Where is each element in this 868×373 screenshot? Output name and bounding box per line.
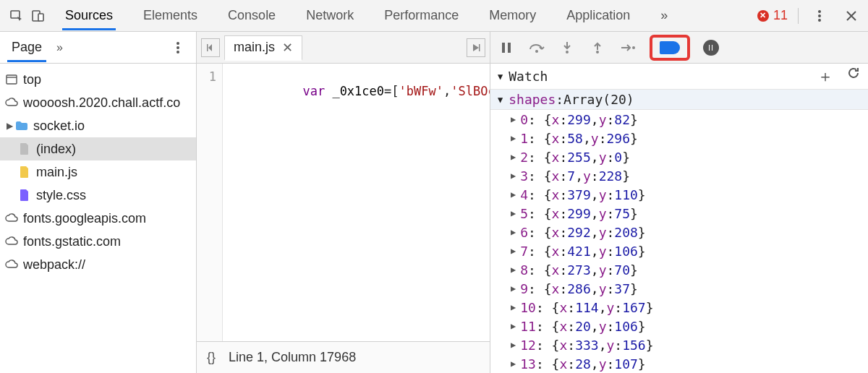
svg-point-4 [818,14,821,17]
file-tab-mainjs[interactable]: main.js ✕ [224,35,302,61]
caret-down-icon: ▼ [498,72,503,82]
error-count-badge[interactable]: ✕ 11 [757,8,788,23]
svg-rect-9 [7,75,17,84]
tab-performance[interactable]: Performance [381,1,461,30]
error-icon: ✕ [757,10,769,22]
watch-array-item[interactable]: ▶10: {x: 114, y: 167} [490,298,868,317]
tree-domain[interactable]: webpack:// [0,253,196,276]
tree-folder[interactable]: ▶ socket.io [0,114,196,137]
watch-actions: ＋ [817,66,861,87]
watch-array-item[interactable]: ▶0: {x: 299, y: 82} [490,110,868,129]
caret-right-icon: ▶ [511,340,516,350]
error-count: 11 [773,8,788,23]
item-index: 6 [520,225,528,240]
svg-point-17 [596,51,599,53]
pause-on-exceptions-icon[interactable]: II [703,40,719,56]
tab-application[interactable]: Application [563,1,633,30]
add-watch-icon[interactable]: ＋ [817,66,833,87]
tab-network[interactable]: Network [303,1,357,30]
watch-array-item[interactable]: ▶11: {x: 20, y: 106} [490,317,868,335]
tree-domain[interactable]: fonts.gstatic.com [0,230,196,253]
deactivate-breakpoints-icon[interactable] [660,41,680,54]
tab-memory[interactable]: Memory [486,1,539,30]
watch-body: ▼ shapes: Array(20) ▶0: {x: 299, y: 82}▶… [490,90,868,373]
watch-array-item[interactable]: ▶8: {x: 273, y: 70} [490,260,868,279]
sidebar-tabs-overflow[interactable]: » [56,41,63,54]
tree-file[interactable]: style.css [0,184,196,207]
main-row: Page » top woooosh.2020.chall. [0,32,868,373]
item-index: 13 [520,356,536,372]
run-snippet-icon[interactable] [467,38,485,57]
settings-kebab-icon[interactable] [809,5,830,27]
tree-top[interactable]: top [0,68,196,91]
caret-right-icon: ▶ [511,265,516,275]
cloud-icon [4,98,19,108]
refresh-watch-icon[interactable] [846,66,861,87]
watch-key: shapes [509,92,556,107]
step-into-icon[interactable] [558,39,576,56]
step-out-icon[interactable] [589,39,606,56]
watch-value: Array(20) [563,92,634,107]
watch-header[interactable]: ▼ Watch ＋ [490,64,868,90]
tabs-overflow[interactable]: » [658,1,671,30]
tree-domain[interactable]: woooosh.2020.chall.actf.co [0,91,196,114]
item-index: 8 [520,262,528,278]
watch-array-item[interactable]: ▶6: {x: 292, y: 208} [490,223,868,241]
device-toolbar-icon[interactable] [27,5,49,27]
pretty-print-icon[interactable]: {} [207,350,216,365]
tab-sources[interactable]: Sources [62,1,116,30]
watch-array-item[interactable]: ▶13: {x: 28, y: 107} [490,354,868,373]
tree-label: webpack:// [23,257,85,273]
step-icon[interactable] [619,39,637,56]
tab-console[interactable]: Console [225,1,278,30]
tree-label: (index) [36,142,76,157]
item-index: 2 [520,150,528,165]
panel-tabs: Sources Elements Console Network Perform… [62,1,757,30]
editor-status: {} Line 1, Column 17968 [197,341,490,373]
svg-rect-12 [479,44,480,51]
item-index: 11 [520,319,536,334]
caret-right-icon: ▶ [511,321,516,331]
file-html-icon [17,142,32,155]
cloud-icon [4,213,19,223]
file-nav-prev-icon[interactable] [201,38,220,57]
svg-point-5 [818,19,821,22]
file-tab-label: main.js [234,40,275,55]
close-tab-icon[interactable]: ✕ [282,40,293,56]
svg-rect-2 [38,14,43,21]
tree-file[interactable]: (index) [0,137,196,160]
editor-column: main.js ✕ 1 var _0x1ce0=['bWFw','SlBOcFY… [197,32,490,373]
file-css-icon [17,189,32,202]
sidebar-kebab-icon[interactable] [167,37,189,59]
cloud-icon [4,260,19,270]
inspect-element-icon[interactable] [6,5,27,27]
sidebar-header: Page » [0,32,196,64]
editor-tabs: main.js ✕ [197,32,490,64]
item-index: 9 [520,281,528,296]
caret-right-icon: ▶ [511,171,516,181]
pause-script-icon[interactable] [498,39,515,56]
caret-right-icon: ▶ [511,114,516,124]
watch-array-item[interactable]: ▶3: {x: 7, y: 228} [490,166,868,185]
caret-right-icon: ▶ [511,152,516,162]
watch-array-item[interactable]: ▶2: {x: 255, y: 0} [490,147,868,166]
caret-right-icon: ▶ [511,246,516,256]
tree-domain[interactable]: fonts.googleapis.com [0,207,196,230]
watch-array-item[interactable]: ▶1: {x: 58, y: 296} [490,129,868,147]
cloud-icon [4,236,19,246]
watch-array-item[interactable]: ▶7: {x: 421, y: 106} [490,241,868,260]
watch-array-item[interactable]: ▶5: {x: 299, y: 75} [490,204,868,223]
close-devtools-icon[interactable] [841,5,862,27]
debugger-toolbar: II [490,32,868,64]
file-tree: top woooosh.2020.chall.actf.co ▶ socket.… [0,64,196,373]
item-index: 10 [520,300,536,315]
watch-array-item[interactable]: ▶12: {x: 333, y: 156} [490,335,868,354]
watch-array-item[interactable]: ▶9: {x: 286, y: 37} [490,279,868,298]
watch-expression-shapes[interactable]: ▼ shapes: Array(20) [490,90,868,110]
sidebar-tab-page[interactable]: Page [7,33,46,62]
step-over-icon[interactable] [528,39,545,56]
tab-elements[interactable]: Elements [140,1,200,30]
tree-file[interactable]: main.js [0,160,196,184]
watch-array-item[interactable]: ▶4: {x: 379, y: 110} [490,185,868,204]
code-body[interactable]: 1 var _0x1ce0=['bWFw','SlBOcFY=','a [197,64,490,341]
